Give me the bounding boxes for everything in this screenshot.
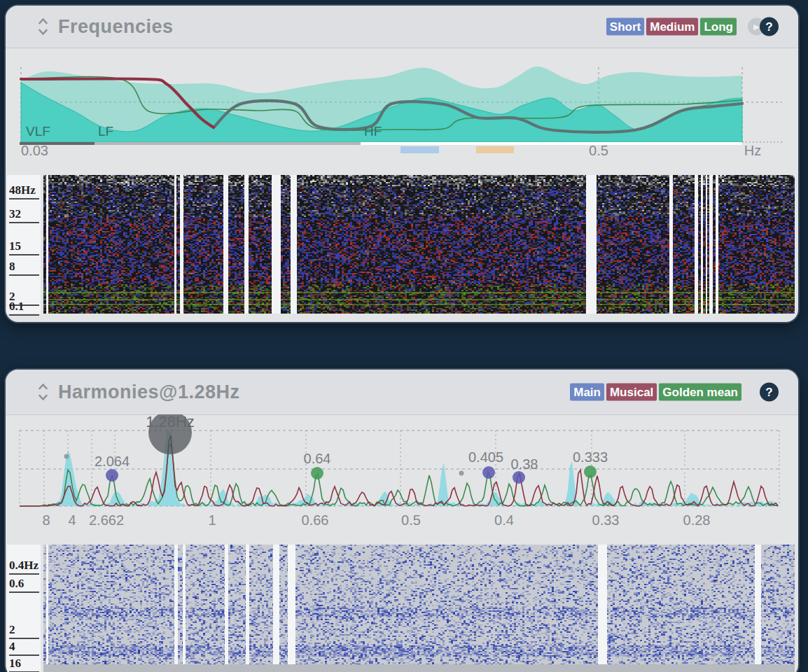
collapse-expand-icon[interactable]	[38, 383, 48, 401]
harmonic-marker-0.405[interactable]	[482, 466, 495, 479]
spectrogram-y-label: 48Hz	[9, 183, 39, 200]
x-tick-label: 1	[208, 512, 216, 528]
legend-chip-long[interactable]: Long	[700, 18, 737, 36]
frequencies-legend: Short Medium Long ▶ ?	[604, 18, 779, 36]
x-tick-label: 0.5	[589, 143, 608, 158]
spectrogram-y-label: 0.4Hz	[9, 559, 39, 575]
selected-harmonic-label: 1.28Hz	[146, 414, 195, 430]
harmonic-marker-label: 2.064	[95, 454, 130, 469]
x-tick-label: 0.4	[494, 512, 514, 528]
band-range-bar	[95, 142, 361, 145]
harmonic-marker-0.64[interactable]	[311, 467, 323, 479]
spectrogram-y-label: 16	[9, 657, 39, 672]
panel-title: Harmonies@1.28Hz	[58, 382, 239, 403]
spectrogram-y-label: 15	[9, 239, 39, 255]
x-tick-label: 0.5	[401, 512, 421, 528]
harmonic-marker-2.064[interactable]	[106, 469, 118, 482]
frequencies-spectrogram-axis: 48Hz3215820.1	[7, 175, 41, 314]
help-icon[interactable]: ?	[760, 18, 779, 36]
harmonies-spectrogram	[43, 545, 795, 672]
x-tick-label: 0.03	[21, 143, 48, 158]
band-segment	[400, 146, 439, 153]
x-tick-label: 4	[68, 512, 76, 528]
harmonies-panel: Harmonies@1.28Hz Main Musical Golden mea…	[6, 370, 798, 672]
legend-chip-musical[interactable]: Musical	[606, 384, 657, 401]
frequencies-panel: Frequencies Short Medium Long ▶ ? VLFLFH…	[6, 6, 798, 322]
musical-line	[20, 435, 778, 506]
x-tick-label: 0.66	[302, 512, 329, 528]
spectrogram-y-label: 8	[9, 260, 39, 276]
harmonies-legend: Main Musical Golden mean ?	[568, 383, 779, 402]
harmonic-marker-label: 0.333	[573, 449, 608, 465]
band-segment	[476, 146, 514, 153]
spectrogram-y-label: 0.6	[9, 577, 39, 593]
legend-chip-short[interactable]: Short	[606, 18, 644, 36]
frequencies-header: Frequencies Short Medium Long ▶ ?	[6, 6, 798, 48]
legend-chip-medium[interactable]: Medium	[646, 18, 698, 36]
harmonic-marker-label: 0.405	[468, 449, 503, 465]
harmonic-marker-0.38[interactable]	[513, 471, 525, 484]
frequencies-chart: VLFLFHF0.030.5Hz	[6, 49, 798, 172]
legend-chip-main[interactable]: Main	[570, 384, 604, 401]
spectrogram-y-label: 4	[9, 640, 39, 656]
minor-peak-dot[interactable]	[64, 454, 69, 459]
spectrogram-y-label: 32	[9, 207, 39, 223]
x-tick-label: 2.662	[89, 512, 124, 528]
harmonies-spectrogram-axis: 0.4Hz0.62416	[7, 545, 41, 672]
band-label: HF	[364, 124, 382, 139]
legend-chip-golden-mean[interactable]: Golden mean	[659, 384, 741, 401]
x-tick-label: Hz	[744, 143, 761, 158]
x-tick-label: 8	[42, 512, 50, 528]
x-tick-label: 0.28	[683, 512, 711, 528]
panel-title: Frequencies	[58, 16, 174, 38]
harmonic-marker-0.333[interactable]	[584, 465, 597, 478]
harmonic-marker-label: 0.38	[511, 456, 538, 472]
collapse-expand-icon[interactable]	[38, 18, 48, 36]
harmonies-chart: 1.28Hz2.0640.640.4050.380.333842.66210.6…	[6, 414, 798, 539]
x-tick-label: 0.33	[592, 512, 620, 528]
harmonies-header: Harmonies@1.28Hz Main Musical Golden mea…	[6, 370, 798, 415]
help-icon[interactable]: ?	[760, 383, 779, 402]
minor-peak-dot[interactable]	[459, 471, 464, 476]
band-range-bar	[361, 142, 742, 145]
band-label: LF	[98, 124, 113, 139]
spectrogram-y-label: 2	[9, 623, 39, 639]
golden-mean-line	[20, 444, 778, 506]
band-label: VLF	[26, 124, 50, 139]
frequencies-spectrogram	[43, 175, 795, 314]
harmonic-marker-label: 0.64	[304, 451, 331, 466]
spectrogram-y-label: 0.1	[9, 300, 39, 316]
